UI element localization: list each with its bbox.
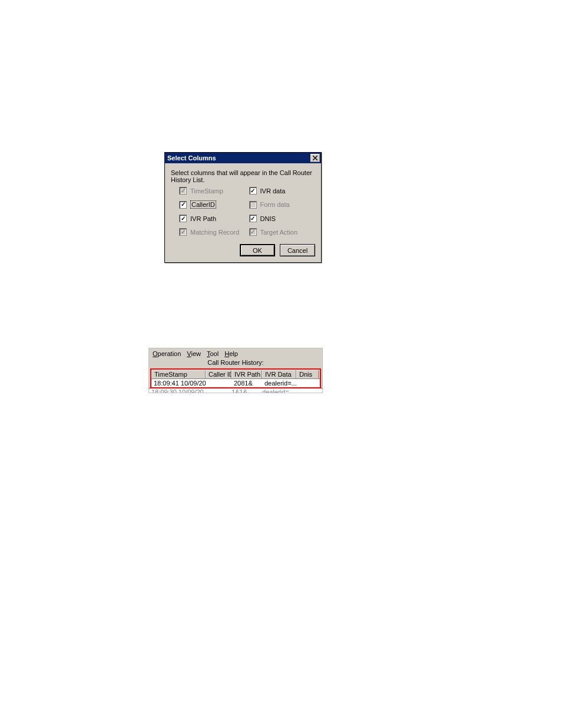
cell-ivrdata: dealerid=... (260, 388, 294, 393)
checkbox-box[interactable] (249, 215, 257, 222)
cell-callerid (203, 388, 229, 393)
checkbox-label: Target Action (260, 229, 298, 236)
checkbox-label: TimeStamp (190, 187, 223, 195)
menu-help[interactable]: Help (224, 350, 238, 357)
checkbox-form-data: Form data (249, 200, 319, 209)
cell-timestamp: 18:09:41 10/09/2006 (151, 380, 206, 387)
cell-dnis (294, 388, 316, 393)
dialog-title: Select Columns (167, 154, 216, 162)
table-row[interactable]: 18:09:41 10/09/2006 2081& dealerid=... (151, 379, 320, 387)
checkbox-label: IVR data (260, 187, 286, 195)
history-window: Operation View Tool Help Call Router His… (148, 348, 323, 393)
select-columns-dialog: Select Columns Select columns that will … (164, 152, 322, 263)
table-header-row: TimeStamp Caller ID IVR Path IVR Data Dn… (151, 370, 320, 379)
checkbox-box (179, 187, 187, 195)
checkbox-label: IVR Path (190, 215, 216, 222)
menubar: Operation View Tool Help (149, 348, 322, 358)
checkbox-label: Form data (260, 201, 290, 208)
cell-ivrpath: 1&1& (229, 388, 260, 393)
checkbox-callerid[interactable]: CallerID (179, 200, 249, 209)
highlighted-table-area: TimeStamp Caller ID IVR Path IVR Data Dn… (150, 368, 321, 388)
checkbox-dnis[interactable]: DNIS (249, 215, 319, 222)
checkbox-box[interactable] (249, 187, 257, 195)
col-ivrpath[interactable]: IVR Path (232, 370, 262, 378)
checkbox-target-action: Target Action (249, 228, 319, 236)
cancel-button[interactable]: Cancel (280, 244, 315, 256)
checkbox-box[interactable] (179, 215, 187, 222)
menu-tool[interactable]: Tool (207, 350, 219, 357)
history-title: Call Router History: (149, 358, 322, 368)
col-callerid[interactable]: Caller ID (206, 370, 232, 378)
checkbox-box (249, 201, 257, 209)
checkbox-ivr-data[interactable]: IVR data (249, 187, 319, 195)
checkbox-matching-record: Matching Record (179, 228, 249, 236)
checkbox-ivr-path[interactable]: IVR Path (179, 215, 249, 222)
titlebar[interactable]: Select Columns (165, 153, 321, 163)
checkbox-label: Matching Record (190, 229, 239, 236)
col-ivrdata[interactable]: IVR Data (262, 370, 296, 378)
checkbox-timestamp: TimeStamp (179, 187, 249, 195)
col-timestamp[interactable]: TimeStamp (151, 370, 206, 378)
menu-operation[interactable]: Operation (153, 350, 181, 357)
cell-ivrdata: dealerid=... (262, 380, 296, 387)
ok-button[interactable]: OK (240, 244, 275, 256)
button-row: OK Cancel (165, 241, 321, 262)
table-row[interactable]: 18:09:30 10/09/2006 1&1& dealerid=... (149, 388, 322, 393)
cell-ivrpath: 2081& (232, 380, 262, 387)
checkbox-label: CallerID (190, 200, 216, 209)
menu-view[interactable]: View (187, 350, 201, 357)
checkbox-grid: TimeStamp IVR data CallerID Form data IV… (165, 187, 321, 236)
checkbox-box (249, 228, 257, 236)
close-icon[interactable] (310, 154, 320, 162)
checkbox-box[interactable] (179, 201, 187, 209)
checkbox-label: DNIS (260, 215, 276, 222)
checkbox-box (179, 228, 187, 236)
dialog-message: Select columns that will appear in the C… (165, 163, 321, 187)
cell-timestamp: 18:09:30 10/09/2006 (149, 388, 203, 393)
col-dnis[interactable]: Dnis (296, 370, 319, 378)
